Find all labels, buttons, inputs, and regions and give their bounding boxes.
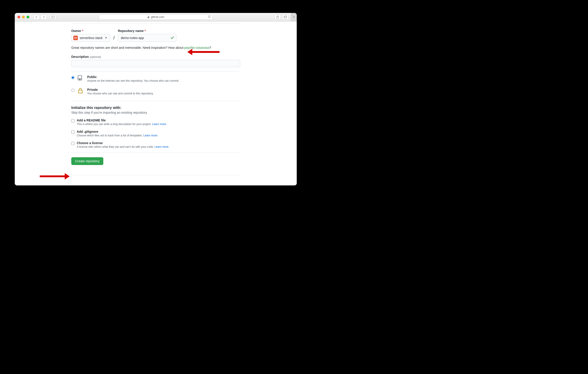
- gitignore-desc: Choose which files not to track from a l…: [77, 134, 158, 137]
- divider: [71, 23, 240, 24]
- share-button[interactable]: [274, 14, 281, 20]
- owner-repo-row: Owner * serverless-stack ▼ / Repository …: [71, 29, 240, 42]
- tabs-button[interactable]: [282, 14, 289, 20]
- titlebar: github.com +: [15, 13, 297, 21]
- svg-rect-4: [284, 16, 286, 18]
- divider: [71, 153, 240, 153]
- nav-back-forward: [33, 14, 47, 20]
- annotation-arrow: [40, 174, 70, 179]
- license-checkbox[interactable]: [71, 142, 74, 145]
- address-bar[interactable]: github.com: [99, 14, 212, 20]
- visibility-private-desc: You choose who can see and commit to thi…: [87, 92, 153, 95]
- repo-name-label-text: Repository name: [118, 29, 144, 33]
- toolbar-right: +: [274, 13, 294, 21]
- repo-name-input[interactable]: [118, 34, 176, 42]
- visibility-public-text: Public Anyone on the internet can see th…: [87, 75, 179, 82]
- divider: [71, 101, 240, 101]
- helper-prefix: Great repository names are short and mem…: [71, 46, 184, 50]
- gitignore-checkbox[interactable]: [71, 131, 74, 134]
- owner-label-text: Owner: [71, 29, 81, 33]
- license-title: Choose a license: [77, 141, 169, 145]
- visibility-private-radio[interactable]: [71, 89, 74, 92]
- license-learn-more-link[interactable]: Learn more.: [155, 145, 169, 148]
- readme-text: Add a README file This is where you can …: [77, 118, 167, 126]
- repo-name-label: Repository name *: [118, 29, 176, 33]
- owner-label: Owner *: [71, 29, 110, 33]
- annotation-arrow: [187, 50, 220, 54]
- visibility-private-text: Private You choose who can see and commi…: [87, 88, 153, 95]
- window-controls: [18, 16, 29, 18]
- license-desc-text: A license tells others what they can and…: [77, 145, 155, 148]
- visibility-private-title: Private: [87, 88, 153, 92]
- svg-rect-8: [78, 90, 82, 93]
- license-row: Choose a license A license tells others …: [71, 141, 240, 148]
- close-window-button[interactable]: [18, 16, 20, 18]
- check-icon: [170, 36, 174, 40]
- caret-down-icon: ▼: [105, 37, 107, 39]
- url-host: github.com: [151, 15, 164, 19]
- minimize-window-button[interactable]: [22, 16, 25, 18]
- gitignore-row: Add .gitignore Choose which files not to…: [71, 130, 240, 137]
- create-repository-button[interactable]: Create repository: [71, 157, 103, 165]
- gitignore-text: Add .gitignore Choose which files not to…: [77, 130, 158, 137]
- initialize-title: Initialize this repository with:: [71, 106, 240, 110]
- owner-select[interactable]: serverless-stack ▼: [71, 34, 110, 42]
- initialize-subtitle: Skip this step if you're importing an ex…: [71, 111, 240, 114]
- divider: [71, 175, 240, 175]
- repo-name-input-wrap: [118, 34, 176, 42]
- visibility-private-row: Private You choose who can see and commi…: [71, 84, 240, 97]
- readme-learn-more-link[interactable]: Learn more.: [152, 123, 167, 126]
- slash-separator: /: [113, 35, 115, 42]
- description-label-text: Description: [71, 55, 89, 59]
- gitignore-learn-more-link[interactable]: Learn more.: [143, 134, 158, 137]
- svg-rect-0: [52, 16, 55, 18]
- repo-name-field: Repository name *: [118, 29, 176, 42]
- lock-icon: [147, 16, 150, 18]
- helper-suffix: ?: [210, 46, 211, 50]
- svg-rect-5: [284, 16, 287, 18]
- reload-icon[interactable]: [208, 15, 211, 19]
- submit-row: Create repository: [71, 157, 240, 170]
- readme-checkbox[interactable]: [71, 119, 74, 122]
- visibility-public-radio[interactable]: [71, 76, 74, 79]
- readme-desc-text: This is where you can write a long descr…: [77, 123, 152, 126]
- readme-title: Add a README file: [77, 118, 167, 122]
- description-optional: (optional): [90, 55, 101, 59]
- visibility-public-title: Public: [87, 75, 179, 79]
- browser-window: github.com + Owner *: [15, 13, 297, 185]
- visibility-public-desc: Anyone on the internet can see this repo…: [87, 79, 179, 82]
- readme-row: Add a README file This is where you can …: [71, 118, 240, 126]
- forward-button[interactable]: [40, 14, 47, 20]
- sidebar-toggle-button[interactable]: [50, 14, 56, 20]
- page-content: Owner * serverless-stack ▼ / Repository …: [15, 21, 297, 185]
- repo-name-helper: Great repository names are short and mem…: [71, 46, 240, 50]
- new-repo-form: Owner * serverless-stack ▼ / Repository …: [71, 21, 240, 175]
- svg-rect-2: [147, 17, 149, 18]
- repo-icon: [77, 75, 84, 82]
- owner-avatar-icon: [73, 36, 78, 40]
- license-desc: A license tells others what they can and…: [77, 145, 169, 148]
- readme-desc: This is where you can write a long descr…: [77, 123, 167, 126]
- license-text: Choose a license A license tells others …: [77, 141, 169, 148]
- zoom-window-button[interactable]: [27, 16, 29, 18]
- new-tab-button[interactable]: +: [291, 13, 297, 21]
- owner-field: Owner * serverless-stack ▼: [71, 29, 110, 42]
- lock-icon: [77, 87, 84, 95]
- description-label: Description (optional): [71, 55, 240, 59]
- gitignore-desc-text: Choose which files not to track from a l…: [77, 134, 143, 137]
- gitignore-title: Add .gitignore: [77, 130, 158, 134]
- visibility-public-row: Public Anyone on the internet can see th…: [71, 72, 240, 84]
- owner-selected-value: serverless-stack: [80, 36, 103, 40]
- required-asterisk: *: [145, 29, 146, 33]
- required-asterisk: *: [82, 29, 83, 33]
- back-button[interactable]: [33, 14, 40, 20]
- description-input[interactable]: [71, 60, 240, 67]
